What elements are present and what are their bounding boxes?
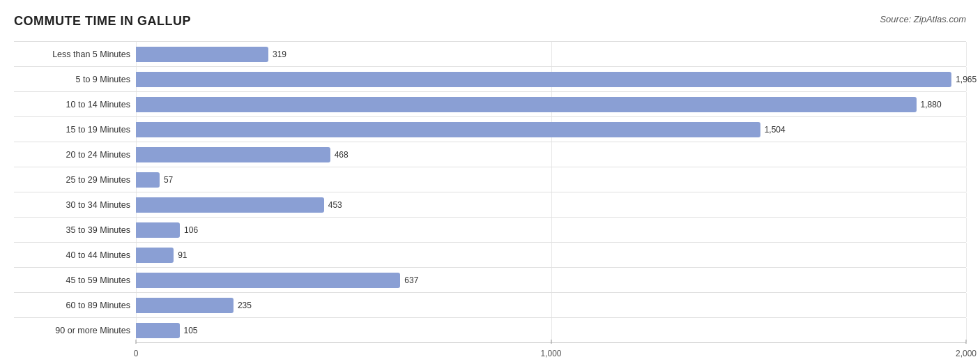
bar-label: 90 or more Minutes xyxy=(14,326,136,335)
grid-line xyxy=(551,243,552,267)
x-tick-line xyxy=(136,340,137,344)
bar-label: 10 to 14 Minutes xyxy=(14,100,136,109)
bar-track: 235 xyxy=(136,293,966,317)
grid-line xyxy=(966,218,967,242)
bar-track: 319 xyxy=(136,42,966,66)
bar-value-label: 453 xyxy=(328,200,342,210)
bar-label: 30 to 34 Minutes xyxy=(14,200,136,210)
grid-line xyxy=(551,142,552,167)
grid-line xyxy=(966,243,967,267)
bar-value-label: 106 xyxy=(184,225,198,235)
bar-fill xyxy=(136,298,233,313)
grid-line xyxy=(551,268,552,292)
bar-value-label: 235 xyxy=(238,301,252,310)
bar-label: 40 to 44 Minutes xyxy=(14,250,136,260)
grid-line xyxy=(966,268,967,292)
bar-fill xyxy=(136,122,760,137)
bar-value-label: 468 xyxy=(335,150,349,160)
bar-track: 105 xyxy=(136,318,966,342)
chart-area: Less than 5 Minutes3195 to 9 Minutes1,96… xyxy=(14,41,966,358)
grid-line xyxy=(966,293,967,317)
grid-line xyxy=(966,167,967,192)
bar-label: 35 to 39 Minutes xyxy=(14,225,136,235)
bar-value-label: 1,504 xyxy=(765,125,786,135)
bar-fill xyxy=(136,323,180,338)
x-axis: 01,0002,000 xyxy=(136,342,966,358)
bar-track: 1,880 xyxy=(136,92,966,116)
bar-label: 15 to 19 Minutes xyxy=(14,125,136,135)
bar-fill xyxy=(136,273,400,288)
bar-track: 468 xyxy=(136,142,966,167)
bar-value-label: 57 xyxy=(164,175,173,185)
bar-fill xyxy=(136,197,324,213)
bar-track: 1,965 xyxy=(136,67,966,91)
grid-line xyxy=(966,192,967,217)
bar-row: 90 or more Minutes105 xyxy=(14,317,966,342)
bar-row: 35 to 39 Minutes106 xyxy=(14,217,966,242)
grid-line xyxy=(966,318,967,342)
bar-track: 91 xyxy=(136,243,966,267)
bar-track: 1,504 xyxy=(136,117,966,142)
bar-value-label: 91 xyxy=(178,250,187,260)
bar-row: 20 to 24 Minutes468 xyxy=(14,142,966,167)
x-tick-label: 1,000 xyxy=(540,349,561,358)
bar-row: 30 to 34 Minutes453 xyxy=(14,192,966,217)
bar-fill xyxy=(136,97,917,112)
bar-fill xyxy=(136,147,330,162)
source-text: Source: ZipAtlas.com xyxy=(880,14,966,24)
bar-label: 25 to 29 Minutes xyxy=(14,175,136,185)
bar-fill xyxy=(136,72,951,87)
bar-value-label: 1,965 xyxy=(956,75,977,84)
bar-label: 20 to 24 Minutes xyxy=(14,150,136,160)
bar-row: 5 to 9 Minutes1,965 xyxy=(14,66,966,91)
grid-line xyxy=(551,318,552,342)
bar-row: 25 to 29 Minutes57 xyxy=(14,167,966,192)
bar-track: 453 xyxy=(136,192,966,217)
x-tick-label: 0 xyxy=(134,349,139,358)
grid-line xyxy=(551,192,552,217)
x-tick-line xyxy=(966,340,967,344)
grid-line xyxy=(966,42,967,66)
bar-row: 15 to 19 Minutes1,504 xyxy=(14,116,966,142)
bar-value-label: 1,880 xyxy=(921,100,942,109)
x-tick-label: 2,000 xyxy=(956,349,977,358)
bar-row: 10 to 14 Minutes1,880 xyxy=(14,91,966,116)
bar-track: 637 xyxy=(136,268,966,292)
x-tick-line xyxy=(551,340,551,344)
grid-line xyxy=(551,42,552,66)
chart-title: COMMUTE TIME IN GALLUP xyxy=(14,14,191,29)
bar-value-label: 105 xyxy=(184,326,198,335)
grid-line xyxy=(551,167,552,192)
grid-line xyxy=(551,293,552,317)
bar-fill xyxy=(136,248,174,263)
bar-row: 40 to 44 Minutes91 xyxy=(14,242,966,267)
bar-row: 45 to 59 Minutes637 xyxy=(14,267,966,292)
bar-track: 106 xyxy=(136,218,966,242)
bar-track: 57 xyxy=(136,167,966,192)
grid-line xyxy=(966,92,967,116)
bar-label: 5 to 9 Minutes xyxy=(14,75,136,84)
bar-row: 60 to 89 Minutes235 xyxy=(14,292,966,317)
bar-label: Less than 5 Minutes xyxy=(14,50,136,59)
bar-fill xyxy=(136,47,268,62)
grid-line xyxy=(551,218,552,242)
grid-line xyxy=(966,142,967,167)
bar-value-label: 319 xyxy=(273,50,286,59)
bar-label: 60 to 89 Minutes xyxy=(14,301,136,310)
bar-value-label: 637 xyxy=(404,275,418,285)
grid-line xyxy=(966,117,967,142)
bar-fill xyxy=(136,172,160,188)
bar-fill xyxy=(136,222,180,238)
bar-label: 45 to 59 Minutes xyxy=(14,275,136,285)
bar-row: Less than 5 Minutes319 xyxy=(14,41,966,66)
